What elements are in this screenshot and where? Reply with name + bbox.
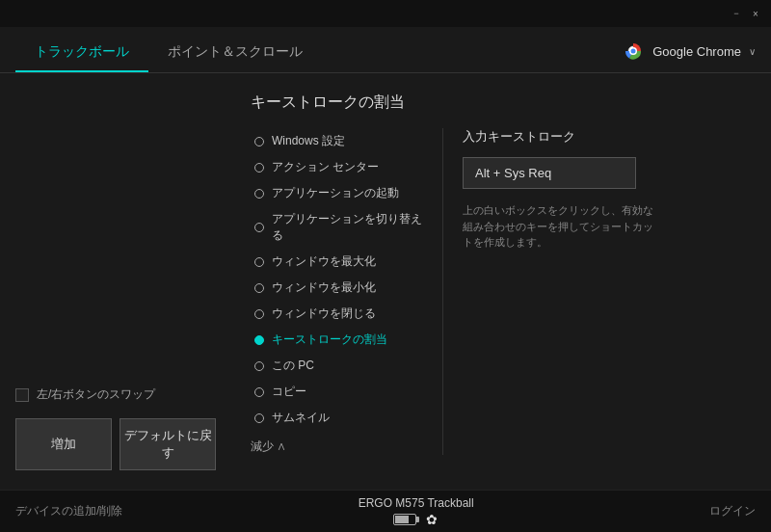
list-item-label: Windows 設定 <box>272 133 345 149</box>
login-button[interactable]: ログイン <box>709 503 756 519</box>
wireless-icon: ✿ <box>424 512 439 527</box>
list-item-label: この PC <box>272 358 314 374</box>
chrome-chevron-icon: ∨ <box>749 46 756 57</box>
center-panel: キーストロークの割当 Windows 設定 アクション センター アプリケーショ… <box>231 73 771 490</box>
list-item-label: キーストロークの割当 <box>272 332 387 348</box>
list-item-dot <box>254 257 264 267</box>
list-item-label: ウィンドウを最小化 <box>272 279 376 296</box>
btn-row: 増加 デフォルトに戻す <box>15 418 216 470</box>
bottom-center: ERGO M575 Trackball ✿ <box>359 496 474 527</box>
chrome-label: Google Chrome <box>652 44 741 59</box>
list-item-launch-app[interactable]: アプリケーションの起動 <box>251 180 435 206</box>
tab-point-scroll[interactable]: ポイント＆スクロール <box>148 34 322 72</box>
list-item-close-window[interactable]: ウィンドウを閉じる <box>251 301 435 327</box>
chrome-logo-icon <box>622 40 645 63</box>
list-item-dot <box>254 223 264 232</box>
svg-point-2 <box>631 49 636 54</box>
list-item-switch-app[interactable]: アプリケーションを切り替える <box>251 206 435 249</box>
list-item-copy[interactable]: コピー <box>251 379 435 405</box>
list-item-this-pc[interactable]: この PC <box>251 353 435 379</box>
add-button[interactable]: 増加 <box>15 418 112 470</box>
list-section: Windows 設定 アクション センター アプリケーションの起動 アプリケーシ… <box>251 128 443 455</box>
swap-row: 左/右ボタンのスワップ <box>15 386 216 403</box>
list-item-dot <box>254 163 264 173</box>
list-item-label: サムネイル <box>272 410 330 426</box>
left-panel: 左/右ボタンのスワップ 増加 デフォルトに戻す <box>0 73 231 490</box>
list-item-windows-settings[interactable]: Windows 設定 <box>251 128 435 154</box>
list-item-label: アクション センター <box>272 159 379 175</box>
minimize-button[interactable]: － <box>729 6 744 21</box>
list-item-dot <box>254 137 264 146</box>
swap-label: 左/右ボタンのスワップ <box>37 386 155 403</box>
bottom-bar: デバイスの追加/削除 ERGO M575 Trackball ✿ ログイン <box>0 490 771 532</box>
list-item-keystroke-assign[interactable]: キーストロークの割当 <box>251 327 435 353</box>
decrease-button[interactable]: 減少 ∧ <box>251 439 435 455</box>
list-item-dot <box>254 189 264 199</box>
list-item-dot <box>254 283 264 293</box>
list-item-action-center[interactable]: アクション センター <box>251 154 435 180</box>
keystroke-input[interactable]: Alt + Sys Req <box>463 157 636 189</box>
list-item-dot <box>254 361 264 371</box>
tabbar: トラックボール ポイント＆スクロール Google Chrome ∨ <box>0 27 771 73</box>
battery-fill <box>395 516 409 523</box>
assignment-container: Windows 設定 アクション センター アプリケーションの起動 アプリケーシ… <box>251 128 752 455</box>
input-label: 入力キーストローク <box>463 128 752 146</box>
list-item-dot <box>254 387 264 397</box>
device-add-remove[interactable]: デバイスの追加/削除 <box>15 503 122 519</box>
titlebar: － × <box>0 0 771 27</box>
list-item-label: ウィンドウを閉じる <box>272 306 376 322</box>
list-item-dot <box>254 413 264 423</box>
main-content: 左/右ボタンのスワップ 増加 デフォルトに戻す キーストロークの割当 Windo… <box>0 73 771 490</box>
list-item-more[interactable]: サムネイル <box>251 405 435 431</box>
battery-icon <box>393 514 416 525</box>
hint-text: 上の白いボックスをクリックし、有効な組み合わせのキーを押してショートカットを作成… <box>463 202 655 251</box>
default-button[interactable]: デフォルトに戻す <box>120 418 216 470</box>
list-item-label: ウィンドウを最大化 <box>272 253 376 270</box>
list-item-label: コピー <box>272 384 306 400</box>
swap-checkbox[interactable] <box>15 388 29 402</box>
chrome-indicator[interactable]: Google Chrome ∨ <box>622 40 756 63</box>
device-icons: ✿ <box>393 512 439 527</box>
tab-trackball[interactable]: トラックボール <box>15 34 148 72</box>
list-item-label: アプリケーションの起動 <box>272 185 399 201</box>
close-button[interactable]: × <box>748 6 763 21</box>
list-item-dot <box>254 309 264 319</box>
list-item-maximize[interactable]: ウィンドウを最大化 <box>251 249 435 275</box>
list-item-minimize[interactable]: ウィンドウを最小化 <box>251 275 435 301</box>
list-item-label: アプリケーションを切り替える <box>272 211 431 244</box>
panel-title: キーストロークの割当 <box>251 93 752 113</box>
input-section: 入力キーストローク Alt + Sys Req 上の白いボックスをクリックし、有… <box>443 128 752 455</box>
device-name: ERGO M575 Trackball <box>359 496 474 510</box>
list-item-dot-selected <box>254 335 264 345</box>
